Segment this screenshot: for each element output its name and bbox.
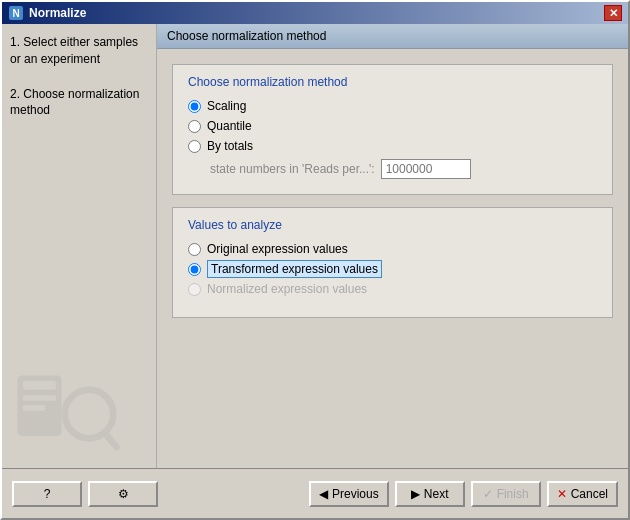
sidebar-item-1: 1. Select either samples or an experimen… xyxy=(10,34,148,68)
normalize-window: N Normalize ✕ 1. Select either samples o… xyxy=(0,0,630,520)
next-label: Next xyxy=(424,487,449,501)
sidebar-item-2: 2. Choose normalization method xyxy=(10,86,148,120)
title-bar-left: N Normalize xyxy=(8,5,86,21)
radio-transformed[interactable] xyxy=(188,263,201,276)
cancel-x-icon: ✕ xyxy=(557,487,567,501)
next-button[interactable]: ▶ Next xyxy=(395,481,465,507)
sidebar-bg-icon xyxy=(12,348,122,458)
bytotals-sub-row: state numbers in 'Reads per...': xyxy=(210,159,597,179)
radio-normalized-label: Normalized expression values xyxy=(207,282,367,296)
settings-button[interactable]: ⚙ xyxy=(88,481,158,507)
svg-rect-4 xyxy=(23,395,56,401)
step1-num: 1. xyxy=(10,35,20,49)
svg-line-7 xyxy=(106,434,117,447)
finish-check-icon: ✓ xyxy=(483,487,493,501)
svg-rect-3 xyxy=(23,381,56,390)
normalization-legend: Choose normalization method xyxy=(188,75,597,89)
radio-bytotals-label[interactable]: By totals xyxy=(207,139,253,153)
radio-quantile[interactable] xyxy=(188,120,201,133)
radio-scaling-row: Scaling xyxy=(188,99,597,113)
radio-quantile-row: Quantile xyxy=(188,119,597,133)
values-group: Values to analyze Original expression va… xyxy=(172,207,613,318)
next-arrow-icon: ▶ xyxy=(411,487,420,501)
cancel-label: Cancel xyxy=(571,487,608,501)
radio-scaling-label[interactable]: Scaling xyxy=(207,99,246,113)
radio-normalized xyxy=(188,283,201,296)
svg-rect-5 xyxy=(23,405,45,411)
bytotals-sub-label: state numbers in 'Reads per...': xyxy=(210,162,375,176)
help-button[interactable]: ? xyxy=(12,481,82,507)
bytotals-input[interactable] xyxy=(381,159,471,179)
help-label: ? xyxy=(44,487,51,501)
previous-button[interactable]: ◀ Previous xyxy=(309,481,389,507)
sidebar: 1. Select either samples or an experimen… xyxy=(2,24,157,468)
header-label: Choose normalization method xyxy=(167,29,326,43)
step2-text: Choose normalization method xyxy=(10,87,139,118)
main-panel: Choose normalization method Choose norma… xyxy=(157,24,628,468)
svg-text:N: N xyxy=(12,8,19,19)
radio-scaling[interactable] xyxy=(188,100,201,113)
radio-quantile-label[interactable]: Quantile xyxy=(207,119,252,133)
normalization-group: Choose normalization method Scaling Quan… xyxy=(172,64,613,195)
finish-button[interactable]: ✓ Finish xyxy=(471,481,541,507)
header-bar: Choose normalization method xyxy=(157,24,628,49)
bottom-bar: ? ⚙ ◀ Previous ▶ Next ✓ Finish ✕ Cancel xyxy=(2,468,628,518)
bottom-right-buttons: ◀ Previous ▶ Next ✓ Finish ✕ Cancel xyxy=(309,481,618,507)
radio-bytotals[interactable] xyxy=(188,140,201,153)
close-button[interactable]: ✕ xyxy=(604,5,622,21)
content-area: 1. Select either samples or an experimen… xyxy=(2,24,628,468)
previous-label: Previous xyxy=(332,487,379,501)
radio-normalized-row: Normalized expression values xyxy=(188,282,597,296)
finish-label: Finish xyxy=(497,487,529,501)
radio-transformed-label[interactable]: Transformed expression values xyxy=(207,262,382,276)
radio-original-row: Original expression values xyxy=(188,242,597,256)
app-icon: N xyxy=(8,5,24,21)
step2-num: 2. xyxy=(10,87,20,101)
radio-original-label[interactable]: Original expression values xyxy=(207,242,348,256)
window-title: Normalize xyxy=(29,6,86,20)
transformed-highlight: Transformed expression values xyxy=(207,260,382,278)
values-legend: Values to analyze xyxy=(188,218,597,232)
settings-icon: ⚙ xyxy=(118,487,129,501)
step1-text: Select either samples or an experiment xyxy=(10,35,138,66)
radio-bytotals-row: By totals xyxy=(188,139,597,153)
cancel-button[interactable]: ✕ Cancel xyxy=(547,481,618,507)
title-bar: N Normalize ✕ xyxy=(2,2,628,24)
bottom-left-buttons: ? ⚙ xyxy=(12,481,158,507)
radio-transformed-row: Transformed expression values xyxy=(188,262,597,276)
prev-arrow-icon: ◀ xyxy=(319,487,328,501)
main-content: Choose normalization method Scaling Quan… xyxy=(157,49,628,468)
radio-original[interactable] xyxy=(188,243,201,256)
